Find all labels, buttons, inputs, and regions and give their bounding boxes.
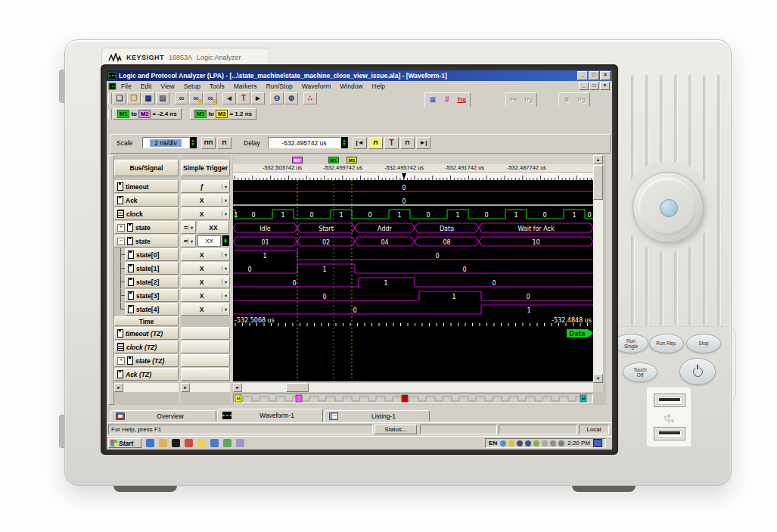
trigger-disabled-1-icon[interactable]: Trg [521,94,535,106]
bus-row-state-tz-[interactable]: +state (TZ) [114,354,179,367]
dropdown-icon[interactable]: ▾ [222,198,229,203]
status-button[interactable]: Status... [375,425,417,434]
listing-properties-disabled-icon[interactable]: ≣ [560,94,573,106]
next-edge-button[interactable]: Π [400,137,415,149]
dropdown-icon[interactable]: ▾ [188,225,195,230]
menu-window[interactable]: Window [335,82,367,90]
start-button[interactable]: Start [108,438,141,448]
minimize-icon[interactable]: _ [577,71,588,80]
trigger-cell-2[interactable]: X▾ [181,207,230,220]
bus-row-clock[interactable]: clock [114,207,179,220]
marker-setup-icon[interactable]: # [440,94,454,106]
pattern-spinner[interactable] [222,235,229,246]
dropdown-icon[interactable]: ▾ [222,184,229,189]
dropdown-icon[interactable]: ▾ [188,238,195,244]
internet-explorer-icon[interactable] [146,439,154,447]
bus-pane-hscrollbar[interactable]: ◄ ► [114,383,179,392]
go-to-trigger-icon[interactable]: T [237,92,250,104]
expand-icon[interactable]: + [117,224,125,232]
browser-icon[interactable] [185,439,193,447]
bus-signal-header[interactable]: Bus/Signal [114,160,179,176]
prev-edge-button[interactable]: Π [368,137,383,149]
pattern-value-input[interactable]: XX [197,235,221,247]
track-markers-icon[interactable]: ∴ [303,92,317,104]
trigger-cell-6[interactable]: X▾ [181,262,230,275]
equals-operator[interactable]: =▾ [181,235,196,247]
scroll-right-icon[interactable]: ► [233,383,242,392]
mdi-close-icon[interactable]: × [600,82,610,90]
delay-input[interactable]: -532.495742 us [268,137,340,148]
power-meter-icon[interactable] [533,440,539,446]
marker-flag-m2[interactable]: M2 [292,157,303,163]
stop-button[interactable]: Stop [686,334,721,353]
menu-tools[interactable]: Tools [205,82,229,90]
dropdown-icon[interactable]: ▾ [222,306,229,312]
volume-icon[interactable] [558,440,564,446]
overview-navigation-bar[interactable]: MTM [233,394,593,403]
go-begin-button[interactable]: |◄ [353,137,367,149]
help-viewer-icon[interactable] [197,439,206,447]
simple-trigger-header[interactable]: Simple Trigger [181,160,230,176]
trigger-pane-hscrollbar[interactable]: ◄ ► [181,383,230,392]
app-agent-2-icon[interactable] [525,440,531,446]
bus-row-state-1-[interactable]: state[1] [125,262,179,275]
mdi-restore-icon[interactable]: □ [589,82,599,90]
collapse-icon[interactable]: − [117,238,125,245]
media-app-icon[interactable] [223,439,232,447]
show-desktop-icon[interactable] [593,439,602,447]
marker-flag-m3[interactable]: M3 [347,157,357,163]
removable-device-icon[interactable] [550,440,556,446]
marker-delta-M1-M3[interactable]: M1toM3= 1.2 ns [190,108,256,120]
equals-operator[interactable]: =▾ [181,221,196,234]
app-window-icon[interactable] [210,439,219,447]
find-icon[interactable]: ∞ [175,92,188,104]
waveform-settings-icon[interactable]: ≣ [426,94,440,106]
dropdown-icon[interactable]: ▾ [222,252,229,257]
go-to-begin-icon[interactable]: ◄ [222,92,236,104]
expand-icon[interactable]: + [117,357,125,365]
menu-edit[interactable]: Edit [136,82,157,90]
security-shield-icon[interactable] [508,440,514,446]
touch-off-button[interactable]: Touch Off [623,362,657,382]
trigger-cell-1[interactable]: X▾ [181,194,230,207]
print-icon[interactable]: ▤ [156,92,169,104]
trigger-cell-0[interactable]: ƒ▾ [181,180,230,193]
dropdown-icon[interactable]: ▾ [222,293,229,298]
trigger-cell-7[interactable]: X▾ [181,275,230,288]
go-to-end-icon[interactable]: ► [251,92,265,104]
bus-row-timeout-tz-[interactable]: timeout (TZ) [114,327,179,340]
bus-row-time[interactable]: Time [114,316,179,326]
knob-center-button[interactable] [660,199,678,217]
new-file-icon[interactable]: ❏ [113,92,126,104]
menu-help[interactable]: Help [368,82,390,90]
menu-runstop[interactable]: Run/Stop [261,82,297,90]
scroll-up-icon[interactable]: ▲ [593,155,603,164]
markerbar-grip[interactable] [108,109,112,120]
close-icon[interactable]: × [600,71,611,80]
waveform-hscrollbar[interactable]: ◄ ► [233,383,593,392]
waveform-vscrollbar[interactable]: ▲ ▼ [593,155,603,383]
bus-row-clock-tz-[interactable]: clock (TZ) [114,341,179,353]
scale-pulse-button[interactable]: Π [217,137,232,149]
bus-row-ack[interactable]: Ack [114,194,179,207]
scroll-right-icon[interactable]: ► [181,383,190,392]
dropdown-icon[interactable]: ▾ [222,279,229,285]
scale-input[interactable]: 2 ns/div [142,137,189,148]
pattern-value-button[interactable]: XX [197,221,229,234]
scale-spinner[interactable] [190,137,197,148]
trigger-disabled-2-icon[interactable]: Trg [574,94,588,106]
power-button[interactable] [679,358,716,385]
bus-row-state-0-[interactable]: state[0] [125,248,179,261]
find-next-icon[interactable]: ∞ [189,92,203,104]
settings-app-icon[interactable] [236,439,244,447]
pane-splitter-2[interactable] [230,155,232,403]
rotary-knob[interactable] [632,172,704,243]
bus-row-state-3-[interactable]: state[3] [125,289,179,302]
scale-expand-button[interactable]: ΠΠ [201,137,216,149]
trigger-cell-8[interactable]: X▾ [181,289,230,302]
zoom-in-icon[interactable]: ⊕ [284,92,298,104]
marker-flag-m1[interactable]: M1 [328,157,339,163]
run-repetitive-button[interactable]: Run Rep. [649,334,684,353]
menu-view[interactable]: View [156,82,179,90]
trigger-cell-9[interactable]: X▾ [181,303,230,316]
